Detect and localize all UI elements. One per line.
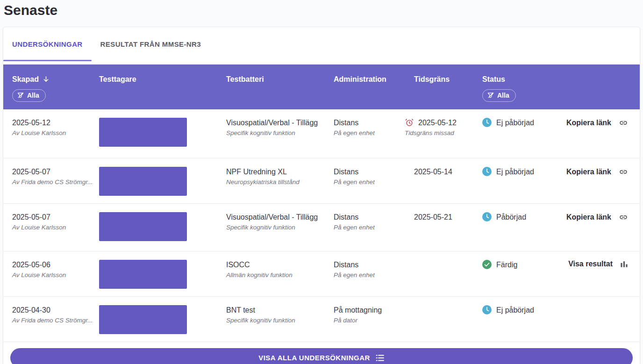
cell-administration: På mottagning På dator — [334, 305, 414, 325]
cell-skapad: 2025-04-30 Av Frida demo CS Strömgr... — [12, 305, 99, 325]
cell-testbatteri: NPF Utredning XL Neuropsykiatriska tills… — [226, 166, 334, 186]
cell-tidsgrans: 2025-05-12 Tidsgräns missad — [405, 117, 482, 137]
administration-type: Distans — [334, 166, 414, 177]
column-header-administration[interactable]: Administration — [334, 74, 414, 102]
table-row[interactable]: 2025-05-06 Av Louise Karlsson ISOCC Allm… — [3, 251, 640, 297]
cell-testtagare — [99, 166, 226, 196]
battery-name: BNT test — [226, 305, 320, 315]
cell-testtagare — [99, 305, 226, 334]
filter-chip-skapad[interactable]: Alla — [12, 89, 46, 102]
cell-skapad: 2025-05-12 Av Louise Karlsson — [12, 117, 99, 137]
page-title: Senaste — [0, 0, 643, 19]
clock-icon — [482, 212, 492, 221]
column-label-status: Status — [482, 74, 505, 85]
column-label-testbatteri: Testbatteri — [226, 74, 264, 85]
table-row[interactable]: 2025-05-12 Av Louise Karlsson Visuospati… — [3, 109, 640, 158]
table-row[interactable]: 2025-05-07 Av Frida demo CS Strömgr... N… — [3, 158, 640, 204]
battery-category: Allmän kognitiv funktion — [226, 271, 334, 279]
column-label-testtagare: Testtagare — [99, 74, 136, 85]
link-icon[interactable] — [618, 167, 629, 177]
cell-status: Ej påbörjad — [482, 166, 557, 177]
cell-testtagare — [99, 259, 226, 289]
table-row[interactable]: 2025-05-07 Av Louise Karlsson Visuospati… — [3, 204, 640, 251]
status-label: Ej påbörjad — [496, 166, 534, 177]
cell-testbatteri: ISOCC Allmän kognitiv funktion — [226, 259, 334, 279]
battery-category: Neuropsykiatriska tillstånd — [226, 178, 334, 186]
created-date: 2025-05-12 — [12, 117, 99, 128]
testtagare-redacted-box — [99, 118, 187, 147]
cell-status: Ej påbörjad — [482, 117, 557, 128]
copy-link-button[interactable]: Kopiera länk — [566, 168, 611, 176]
cell-testtagare — [99, 212, 226, 241]
link-icon[interactable] — [618, 212, 629, 222]
cell-actions: Kopiera länk — [557, 212, 629, 222]
battery-category: Specifik kognitiv funktion — [226, 316, 334, 325]
testtagare-redacted-box — [99, 212, 187, 241]
administration-detail: På egen enhet — [334, 178, 414, 186]
cell-administration: Distans På egen enhet — [334, 259, 414, 279]
cell-skapad: 2025-05-06 Av Louise Karlsson — [12, 259, 99, 279]
cell-tidsgrans: 2025-05-21 — [414, 212, 482, 222]
created-by: Av Louise Karlsson — [12, 271, 99, 279]
administration-type: Distans — [334, 117, 414, 128]
administration-detail: På egen enhet — [334, 128, 414, 137]
battery-category: Specifik kognitiv funktion — [226, 128, 334, 137]
created-date: 2025-05-07 — [12, 166, 99, 177]
column-header-status: Status Alla — [482, 74, 557, 102]
copy-link-button[interactable]: Kopiera länk — [566, 119, 611, 127]
check-circle-icon — [482, 260, 492, 269]
view-results-button[interactable]: Visa resultat — [568, 260, 613, 268]
cell-testtagare — [99, 117, 226, 147]
card-footer: VISA ALLA UNDERSÖKNINGAR — [3, 342, 640, 364]
cell-actions: Kopiera länk — [557, 166, 629, 177]
status-label: Färdig — [496, 259, 517, 270]
administration-detail: På dator — [334, 316, 414, 325]
column-label-tidsgrans: Tidsgräns — [414, 74, 450, 85]
filter-chip-skapad-label: Alla — [27, 92, 39, 100]
cell-status: Ej påbörjad — [482, 305, 557, 315]
column-header-testtagare[interactable]: Testtagare — [99, 74, 226, 102]
sort-status[interactable]: Status — [482, 74, 505, 85]
tab-resultat-mmse-nr3[interactable]: RESULTAT FRÅN MMSE-NR3 — [92, 27, 210, 61]
cell-testbatteri: BNT test Specifik kognitiv funktion — [226, 305, 334, 325]
filter-chip-status-label: Alla — [497, 92, 509, 100]
filter-chip-status[interactable]: Alla — [482, 89, 516, 102]
created-date: 2025-05-06 — [12, 259, 99, 270]
cell-tidsgrans: 2025-05-14 — [414, 166, 482, 177]
alarm-clock-icon — [405, 118, 414, 127]
cell-administration: Distans På egen enhet — [334, 117, 414, 137]
created-date: 2025-05-07 — [12, 212, 99, 222]
battery-name: Visuospatial/Verbal - Tillägg — [226, 212, 320, 222]
cell-actions — [557, 305, 629, 305]
sort-skapad[interactable]: Skapad — [12, 74, 50, 85]
column-label-administration: Administration — [334, 74, 386, 85]
tab-resultat-mmse-nr3-label: RESULTAT FRÅN MMSE-NR3 — [100, 40, 201, 48]
deadline-date: 2025-05-21 — [414, 213, 452, 221]
cell-testbatteri: Visuospatial/Verbal - Tillägg Specifik k… — [226, 117, 334, 137]
status-label: Påbörjad — [496, 212, 526, 222]
show-all-examinations-button[interactable]: VISA ALLA UNDERSÖKNINGAR — [10, 348, 633, 364]
testtagare-redacted-box — [99, 305, 187, 334]
bar-chart-icon[interactable] — [620, 260, 629, 269]
tab-undersokningar-label: UNDERSÖKNINGAR — [12, 40, 83, 48]
battery-name: NPF Utredning XL — [226, 166, 320, 177]
cell-administration: Distans På egen enhet — [334, 212, 414, 232]
column-header-tidsgrans[interactable]: Tidsgräns — [414, 74, 482, 102]
deadline-date: 2025-05-12 — [418, 117, 457, 128]
battery-name: Visuospatial/Verbal - Tillägg — [226, 117, 320, 128]
tab-undersokningar[interactable]: UNDERSÖKNINGAR — [3, 27, 92, 61]
copy-link-button[interactable]: Kopiera länk — [566, 213, 611, 221]
administration-type: Distans — [334, 259, 414, 270]
administration-type: Distans — [334, 212, 414, 222]
filter-off-icon — [487, 92, 494, 99]
tab-bar: UNDERSÖKNINGAR RESULTAT FRÅN MMSE-NR3 — [3, 27, 640, 61]
cell-actions: Visa resultat — [557, 259, 629, 269]
cell-skapad: 2025-05-07 Av Frida demo CS Strömgr... — [12, 166, 99, 186]
battery-name: ISOCC — [226, 259, 320, 270]
table-row[interactable]: 2025-04-30 Av Frida demo CS Strömgr... B… — [3, 297, 640, 342]
column-header-testbatteri[interactable]: Testbatteri — [226, 74, 334, 102]
column-header-skapad: Skapad Alla — [12, 74, 99, 102]
link-icon[interactable] — [618, 118, 629, 128]
cell-testbatteri: Visuospatial/Verbal - Tillägg Specifik k… — [226, 212, 334, 232]
arrow-down-icon — [43, 76, 50, 83]
